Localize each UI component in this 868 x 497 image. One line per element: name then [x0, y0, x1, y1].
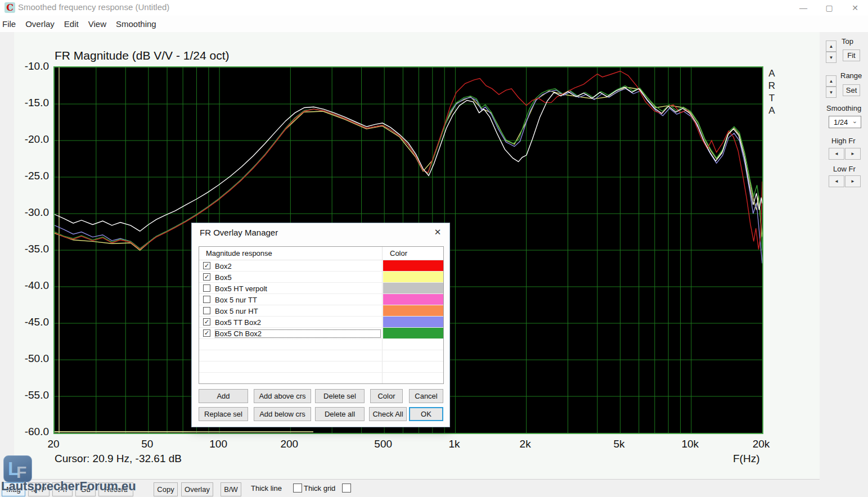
- x-tick-label: 20: [47, 438, 59, 450]
- menu-item-overlay[interactable]: Overlay: [25, 19, 55, 29]
- arta-letter: A: [766, 105, 778, 117]
- thick-grid-checkbox[interactable]: [342, 484, 351, 493]
- high-fr-left-button[interactable]: ◄: [829, 148, 844, 160]
- low-fr-right-button[interactable]: ►: [845, 175, 861, 187]
- close-button[interactable]: ✕: [842, 0, 868, 16]
- menu-item-smoothing[interactable]: Smoothing: [116, 19, 156, 29]
- overlay-row[interactable]: Box 5 nur TT: [199, 294, 443, 305]
- overlay-row[interactable]: ✓Box2: [199, 260, 443, 272]
- right-arrow-icon: ►: [851, 179, 855, 184]
- high-fr-right-button[interactable]: ►: [845, 148, 861, 160]
- ok-button[interactable]: OK: [409, 407, 443, 421]
- overlay-row[interactable]: ✓Box5 Ch Box2: [199, 328, 443, 339]
- y-tick-label: -45.0: [14, 316, 49, 328]
- overlay-label[interactable]: Box5 Ch Box2: [215, 329, 381, 338]
- menu-item-file[interactable]: File: [2, 19, 16, 29]
- x-tick-label: 200: [280, 438, 298, 450]
- copy-button[interactable]: Copy: [154, 482, 178, 496]
- cursor-readout: Cursor: 20.9 Hz, -32.61 dB: [55, 453, 182, 465]
- x-tick-label: 500: [374, 438, 392, 450]
- add-below-crs-button[interactable]: Add below crs: [254, 407, 311, 421]
- overlay-row[interactable]: ✓Box5 TT Box2: [199, 317, 443, 328]
- overlay-row[interactable]: Box5 HT verpolt: [199, 283, 443, 294]
- top-up-button[interactable]: ▲: [826, 40, 836, 52]
- overlay-checkbox[interactable]: [203, 307, 210, 314]
- range-label: Range: [840, 71, 862, 80]
- overlay-button[interactable]: Overlay: [181, 482, 213, 496]
- empty-row: [199, 362, 443, 373]
- y-tick-label: -10.0: [14, 60, 49, 73]
- menu-item-edit[interactable]: Edit: [64, 19, 79, 29]
- thick-line-checkbox[interactable]: [293, 484, 302, 493]
- chart-title: FR Magnitude (dB V/V - 1/24 oct): [55, 49, 229, 62]
- down-arrow-icon: ▼: [829, 90, 834, 95]
- overlay-label[interactable]: Box5 HT verpolt: [215, 284, 381, 293]
- low-fr-label: Low Fr: [833, 165, 856, 173]
- overlay-checkbox[interactable]: [203, 296, 210, 303]
- overlay-label[interactable]: Box2: [215, 262, 381, 270]
- x-tick-label: 100: [209, 438, 227, 450]
- overlay-color-swatch[interactable]: [383, 317, 444, 327]
- delete-all-button[interactable]: Delete all: [315, 407, 365, 421]
- high-fr-label: High Fr: [831, 137, 856, 145]
- check-all-button[interactable]: Check All: [369, 407, 407, 421]
- watermark-text: LautsprecherForum.eu: [1, 479, 136, 494]
- overlay-checkbox[interactable]: ✓: [203, 318, 210, 326]
- overlay-list: Magnitude response Color ✓Box2✓Box5Box5 …: [199, 246, 444, 384]
- thick-grid-label: Thick grid: [304, 484, 335, 493]
- empty-row: [199, 350, 443, 362]
- overlay-list-header: Magnitude response Color: [199, 247, 443, 260]
- low-fr-left-button[interactable]: ◄: [829, 175, 844, 187]
- add-button[interactable]: Add: [199, 389, 248, 403]
- overlay-label[interactable]: Box 5 nur TT: [215, 296, 381, 304]
- overlay-color-swatch[interactable]: [383, 305, 444, 316]
- x-tick-label: 2k: [520, 438, 531, 450]
- overlay-color-swatch[interactable]: [383, 283, 444, 293]
- overlay-checkbox[interactable]: ✓: [203, 273, 210, 281]
- smoothing-select[interactable]: 1/24 ⌄: [829, 116, 861, 128]
- left-arrow-icon: ◄: [834, 151, 839, 156]
- overlay-color-swatch[interactable]: [383, 272, 444, 282]
- arta-letter: T: [766, 92, 778, 105]
- overlay-checkbox[interactable]: ✓: [203, 329, 210, 337]
- overlay-color-swatch[interactable]: [383, 328, 444, 338]
- overlay-row[interactable]: ✓Box5: [199, 272, 443, 283]
- arta-letter: A: [766, 67, 778, 80]
- smoothing-label: Smoothing: [826, 104, 861, 112]
- overlay-label[interactable]: Box5: [215, 273, 381, 282]
- overlay-label[interactable]: Box 5 nur HT: [215, 307, 381, 315]
- y-tick-label: -15.0: [14, 97, 49, 109]
- delete-sel-button[interactable]: Delete sel: [315, 389, 365, 403]
- dialog-close-icon[interactable]: ✕: [431, 227, 444, 238]
- overlay-checkbox[interactable]: ✓: [203, 262, 210, 269]
- add-above-crs-button[interactable]: Add above crs: [254, 389, 311, 403]
- chevron-down-icon: ⌄: [852, 118, 857, 125]
- smoothing-value: 1/24: [834, 118, 848, 126]
- down-arrow-icon: ▼: [829, 55, 834, 60]
- empty-row: [199, 339, 443, 350]
- range-down-button[interactable]: ▼: [826, 87, 836, 98]
- y-tick-label: -25.0: [14, 170, 49, 182]
- empty-row: [199, 373, 443, 384]
- y-tick-label: -30.0: [14, 206, 49, 219]
- cancel-button[interactable]: Cancel: [409, 389, 443, 403]
- fit-button[interactable]: Fit: [843, 49, 860, 61]
- replace-sel-button[interactable]: Replace sel: [199, 407, 248, 421]
- dialog-title: FR Overlay Manager: [200, 228, 278, 237]
- top-down-button[interactable]: ▼: [826, 52, 836, 63]
- menu-item-view[interactable]: View: [88, 19, 106, 29]
- overlay-row[interactable]: Box 5 nur HT: [199, 305, 443, 317]
- overlay-checkbox[interactable]: [203, 284, 210, 292]
- overlay-label[interactable]: Box5 TT Box2: [215, 318, 381, 327]
- curve-current: [55, 87, 762, 231]
- overlay-color-swatch[interactable]: [383, 260, 444, 271]
- overlay-color-swatch[interactable]: [383, 294, 444, 305]
- color-button[interactable]: Color: [370, 389, 403, 403]
- thick-line-label: Thick line: [251, 484, 282, 493]
- minimize-button[interactable]: —: [790, 0, 816, 16]
- set-button[interactable]: Set: [843, 84, 860, 96]
- y-tick-label: -50.0: [14, 353, 49, 365]
- range-up-button[interactable]: ▲: [826, 75, 836, 87]
- bw-button[interactable]: B/W: [221, 482, 241, 496]
- maximize-button[interactable]: ▢: [816, 0, 842, 16]
